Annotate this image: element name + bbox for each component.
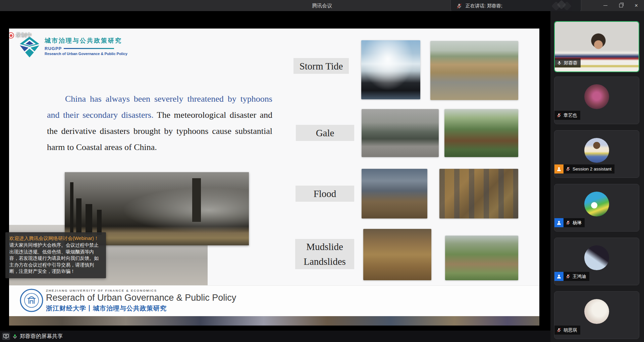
title-bar: 腾讯会议 正在讲话: 郑蓉蓉; ✕ [0, 0, 644, 11]
mudslide-photo-1 [363, 229, 431, 280]
participant-tile-zhangyiye[interactable]: 章艺也 [554, 77, 639, 124]
minimize-button[interactable] [598, 0, 613, 11]
mic-muted-icon [566, 166, 571, 172]
rugpp-en-title: Research of Urban Governance & Public Po… [45, 52, 127, 56]
speaking-indicator-text: 正在讲话: 郑蓉蓉; [466, 3, 502, 9]
recording-dot-icon [9, 32, 14, 39]
footer-center-en: Reserach of Urban Governance & Public Po… [46, 293, 236, 303]
presentation-slide: 录制中 城市治理与公共政策研究 RUGPP Research of Urban … [9, 29, 539, 326]
participant-name: 胡思琪 [564, 327, 577, 333]
storm-tide-photo-1 [361, 40, 420, 99]
flood-photo-1 [362, 169, 427, 218]
rugpp-logo: 城市治理与公共政策研究 RUGPP Research of Urban Gove… [18, 37, 127, 57]
participant-name: 章艺也 [564, 112, 577, 118]
rugpp-cn-title: 城市治理与公共政策研究 [45, 37, 127, 45]
university-seal-icon [19, 288, 44, 312]
rugpp-divider [64, 48, 114, 49]
minimize-icon [603, 5, 607, 6]
gale-photo-2 [444, 109, 518, 157]
gale-photo-1 [362, 109, 439, 157]
participant-tile-husiqi[interactable]: 胡思琪 [554, 291, 639, 339]
mic-muted-icon [566, 274, 571, 279]
speaking-indicator-pill[interactable]: 正在讲话: 郑蓉蓉; [450, 0, 581, 12]
label-gale: Gale [296, 125, 354, 141]
mic-active-green-icon[interactable] [12, 334, 18, 339]
participant-tile-wanghongdi[interactable]: 王鸿迪 [554, 238, 639, 285]
screen-share-icon[interactable] [2, 333, 10, 340]
participant-name: Session 2 assistant [573, 166, 611, 172]
close-button[interactable]: ✕ [629, 0, 644, 11]
mic-muted-icon [556, 113, 561, 118]
label-mudslide-landslides: Mudslide Landslides [295, 239, 354, 269]
mudslide-photo-2 [445, 236, 518, 280]
participant-name: 杨琳 [573, 220, 582, 226]
recording-label: 录制中 [16, 32, 32, 39]
window-controls: ✕ [598, 0, 644, 11]
close-icon: ✕ [635, 3, 638, 8]
cohost-badge-orange-icon [554, 164, 564, 174]
restore-icon [619, 4, 623, 7]
participants-sidebar: 郑蓉蓉 章艺也 [550, 11, 644, 342]
avatar [584, 138, 609, 163]
participant-name: 王鸿迪 [573, 274, 586, 280]
restore-button[interactable] [613, 0, 629, 11]
webinar-notice-overlay: 欢迎进入腾讯会议网络研讨会(Webinar)！ 请大家共同维护大会秩序。会议过程… [5, 232, 106, 278]
footer-university-en: ZHEJIANG UNIVERSITY OF FINANCE & ECONOMI… [46, 289, 236, 292]
avatar [584, 299, 609, 324]
mic-muted-icon [566, 220, 571, 225]
mic-muted-icon [456, 3, 462, 9]
avatar [584, 245, 609, 270]
participant-tile-session2-assistant[interactable]: Session 2 assistant [554, 130, 639, 178]
participant-tile-yanglin[interactable]: 杨琳 [554, 184, 639, 232]
label-flood: Flood [296, 186, 354, 202]
webinar-notice-body: 请大家共同维护大会秩序。会议过程中禁止出现违法违规、低俗色情、吸烟酗酒等内容，若… [9, 242, 102, 275]
slide-footer: ZHEJIANG UNIVERSITY OF FINANCE & ECONOMI… [9, 285, 539, 316]
bottom-status-bar: 郑蓉蓉的屏幕共享 [0, 331, 550, 342]
slide-paragraph: China has always been severely threatene… [47, 91, 272, 155]
footer-center-cn: 浙江财经大学丨城市治理与公共政策研究 [46, 304, 236, 313]
storm-tide-photo-2 [430, 41, 518, 100]
screen-share-label: 郑蓉蓉的屏幕共享 [20, 333, 63, 340]
flood-photo-2 [439, 169, 518, 218]
webinar-notice-title: 欢迎进入腾讯会议网络研讨会(Webinar)！ [9, 235, 102, 242]
participant-name: 郑蓉蓉 [564, 60, 578, 66]
label-storm-tide: Storm Tide [293, 58, 349, 74]
mic-muted-icon [556, 328, 561, 333]
rugpp-abbr: RUGPP [45, 46, 62, 51]
participant-tile-zhengrongrong[interactable]: 郑蓉蓉 [554, 21, 639, 72]
member-badge-blue-icon [554, 272, 564, 281]
avatar [584, 84, 609, 109]
mic-on-icon [557, 60, 562, 65]
avatar [584, 192, 609, 216]
tencent-meeting-window: 腾讯会议 正在讲话: 郑蓉蓉; ✕ 录制中 [0, 0, 644, 342]
rugpp-diamond-icon [18, 37, 41, 57]
recording-indicator: 录制中 [9, 32, 32, 39]
slide-bottom-banner [9, 316, 539, 326]
member-badge-blue-icon [554, 218, 564, 227]
meeting-logo-watermark-icon [551, 1, 578, 11]
